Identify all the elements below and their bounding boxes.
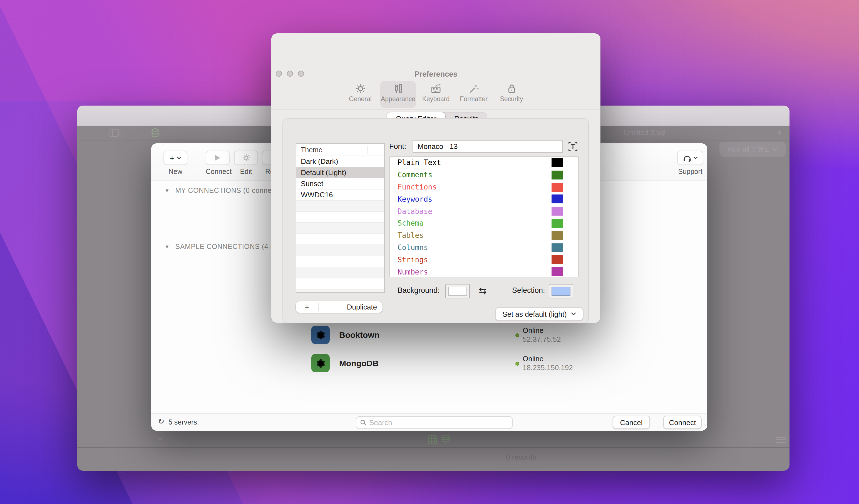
theme-empty-row — [296, 201, 384, 212]
chevron-down-icon — [177, 156, 181, 159]
theme-item-default-light[interactable]: Default (Light) — [296, 167, 384, 178]
table-grid-icon[interactable] — [428, 435, 437, 445]
syntax-item[interactable]: Keywords — [390, 193, 578, 205]
theme-list-header[interactable]: Theme — [296, 144, 384, 156]
color-swatch[interactable] — [552, 255, 563, 264]
section-my-connections[interactable]: ▼ MY CONNECTIONS (0 conne — [165, 187, 272, 195]
editor-tab-title[interactable]: Untitled 2.sql — [624, 128, 665, 137]
tab-appearance[interactable]: Appearance — [380, 81, 416, 108]
cancel-button[interactable]: Cancel — [613, 416, 650, 429]
color-swatch[interactable] — [552, 183, 563, 192]
new-connection-button[interactable]: + — [164, 151, 187, 165]
theme-item-dark[interactable]: Dark (Dark) — [296, 156, 384, 167]
duplicate-theme-button[interactable]: Duplicate — [341, 303, 382, 311]
new-button-label: New — [164, 168, 187, 175]
connection-status: Online — [523, 326, 543, 335]
online-status-dot — [515, 362, 519, 366]
preferences-toolbar-tabs: General Appearance Keyboard — [271, 81, 601, 108]
records-count-label: 0 records. — [466, 453, 578, 461]
flower-logo-icon — [314, 357, 327, 369]
run-all-button[interactable]: Run all ⇧⌘E — [720, 142, 786, 157]
refresh-icon[interactable]: ↻ — [158, 417, 164, 426]
edit-connection-button[interactable] — [234, 151, 258, 165]
theme-item-wwdc16[interactable]: WWDC16 — [296, 189, 384, 201]
tab-security[interactable]: Security — [494, 81, 529, 108]
flower-logo-icon — [314, 329, 327, 341]
section-sample-connections[interactable]: ▼ SAMPLE CONNECTIONS (4 c — [165, 243, 274, 250]
sidebar-toggle-icon[interactable] — [109, 129, 119, 137]
font-panel-button[interactable] — [567, 140, 579, 153]
syntax-item[interactable]: Tables — [390, 229, 578, 242]
tab-keyboard[interactable]: Keyboard — [418, 81, 454, 108]
color-swatch[interactable] — [552, 171, 563, 180]
theme-list: Theme Dark (Dark) Default (Light) Sunset… — [296, 143, 385, 293]
color-swatch[interactable] — [552, 231, 563, 240]
color-wells-row: Background: ⇆ Selection: — [283, 284, 588, 300]
headset-icon — [683, 154, 692, 162]
chevron-down-icon — [571, 312, 576, 316]
collapse-chevron-icon[interactable] — [157, 437, 164, 441]
support-button-label: Support — [677, 168, 703, 175]
search-icon — [360, 419, 366, 426]
row-height-menu-icon[interactable] — [776, 435, 786, 444]
search-placeholder: Search — [369, 418, 392, 427]
theme-item-sunset[interactable]: Sunset — [296, 178, 384, 189]
disclosure-triangle-icon: ▼ — [165, 244, 169, 249]
syntax-item[interactable]: Strings — [390, 254, 578, 266]
disclosure-triangle-icon: ▼ — [165, 188, 169, 193]
search-input[interactable]: Search — [356, 416, 513, 429]
connection-row-booktown[interactable]: Booktown Online 52.37.75.52 User: Sample… — [311, 326, 696, 348]
magic-wand-icon — [468, 83, 480, 94]
color-swatch[interactable] — [552, 158, 563, 167]
theme-empty-row — [296, 256, 384, 267]
play-icon — [215, 154, 221, 161]
appearance-groupbox: Theme Dark (Dark) Default (Light) Sunset… — [283, 118, 589, 323]
color-swatch[interactable] — [552, 219, 563, 228]
selection-color-well[interactable] — [549, 284, 573, 299]
theme-empty-row — [296, 223, 384, 234]
servers-count-label: 5 servers. — [168, 418, 199, 426]
syntax-item[interactable]: Functions — [390, 181, 578, 193]
connection-logo — [311, 354, 330, 372]
color-swatch[interactable] — [552, 195, 563, 204]
set-as-default-dropdown[interactable]: Set as default (light) — [495, 307, 583, 321]
syntax-item[interactable]: Database — [390, 205, 578, 217]
color-swatch[interactable] — [552, 207, 563, 216]
table-filter-icon[interactable] — [441, 434, 450, 445]
add-theme-button[interactable]: + — [296, 303, 318, 311]
font-value-field[interactable]: Monaco - 13 — [412, 140, 563, 153]
dialog-title: Preferences — [271, 70, 601, 78]
connection-status: Online — [523, 354, 543, 363]
online-status-dot — [515, 333, 519, 337]
syntax-item[interactable]: Plain Text — [390, 157, 578, 169]
syntax-item[interactable]: Schema — [390, 217, 578, 229]
search-icon[interactable] — [167, 129, 176, 137]
edit-button-label: Edit — [234, 168, 258, 175]
database-icon[interactable] — [151, 128, 159, 138]
support-button[interactable] — [677, 151, 703, 165]
remove-theme-button[interactable]: − — [319, 303, 341, 311]
gear-icon — [355, 83, 366, 94]
swap-colors-icon[interactable]: ⇆ — [479, 285, 487, 297]
syntax-item[interactable]: Numbers — [390, 265, 578, 277]
connect-button[interactable] — [206, 151, 230, 165]
syntax-item[interactable]: Comments — [390, 169, 578, 181]
syntax-item[interactable]: Columns — [390, 242, 578, 254]
add-tab-button[interactable]: + — [777, 127, 783, 138]
color-swatch[interactable] — [552, 243, 563, 252]
lock-icon — [506, 83, 517, 94]
keyboard-icon — [430, 83, 442, 94]
theme-empty-row — [296, 212, 384, 223]
gear-icon — [242, 153, 251, 162]
background-color-well[interactable] — [445, 284, 470, 299]
connect-button-footer[interactable]: Connect — [663, 416, 702, 429]
font-label: Font: — [389, 142, 406, 151]
background-label: Background: — [397, 286, 440, 294]
chevron-down-icon — [772, 148, 777, 151]
tab-general[interactable]: General — [343, 81, 378, 108]
connection-row-mongodb[interactable]: MongoDB Online 18.235.150.192 User: Samp… — [311, 354, 696, 376]
tab-formatter[interactable]: Formatter — [456, 81, 492, 108]
connect-button-label: Connect — [206, 168, 230, 175]
selection-label: Selection: — [512, 286, 545, 294]
color-swatch[interactable] — [552, 267, 563, 276]
